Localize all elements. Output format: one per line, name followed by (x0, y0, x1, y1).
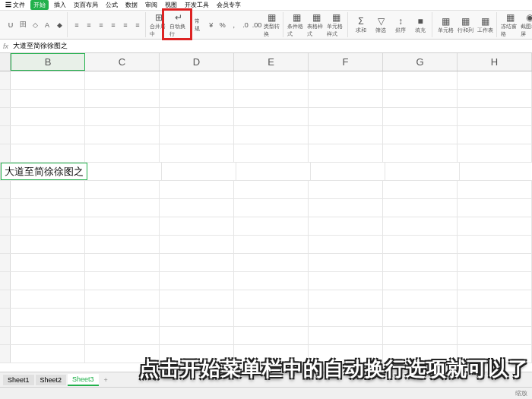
align-right-icon[interactable]: ≡ (132, 20, 143, 30)
fill-button[interactable]: ■填充 (411, 14, 429, 36)
special-tab[interactable]: 会员专享 (214, 1, 243, 9)
freeze-button[interactable]: ▦冻结窗格 (501, 14, 519, 36)
formula-input[interactable]: 大道至简徐徐图之 (13, 41, 68, 51)
cell-style-button[interactable]: ▦单元格样式 (327, 14, 345, 36)
percent-icon[interactable]: % (217, 20, 227, 30)
fill-color-icon[interactable]: ◇ (30, 20, 40, 30)
ribbon: U 田 ◇ A ◆ ≡ ≡ ≡ ≡ ≡ ≡ ⊞合并居中 ↵自动换行 常规 ¥ %… (0, 11, 532, 40)
cond-fmt-button[interactable]: ▦条件格式 (287, 14, 306, 36)
add-sheet-button[interactable]: + (100, 376, 112, 384)
col-header-d[interactable]: D (160, 53, 234, 71)
clear-icon[interactable]: ◆ (54, 20, 65, 30)
insert-tab[interactable]: 插入 (52, 1, 68, 9)
format-dropdown[interactable]: 常规 (195, 20, 204, 30)
merge-button[interactable]: ⊞合并居中 (150, 14, 168, 36)
comma-icon[interactable]: , (229, 20, 239, 30)
screenshot-button[interactable]: ◉截图录屏 (521, 14, 532, 36)
cell-ops-button[interactable]: ▦单元格 (436, 14, 454, 36)
border-icon[interactable]: 田 (17, 20, 28, 30)
sheet-tab-2[interactable]: Sheet2 (36, 375, 67, 385)
col-header-f[interactable]: F (309, 53, 383, 71)
formula-tab[interactable]: 公式 (103, 1, 120, 9)
home-tab[interactable]: 开始 (30, 0, 49, 10)
dev-tab[interactable]: 开发工具 (182, 1, 211, 9)
sort-button[interactable]: ↕排序 (391, 14, 410, 36)
spreadsheet-grid[interactable]: 大道至简徐徐图之 (0, 71, 532, 372)
table-style-button[interactable]: ▦表格样式 (307, 14, 325, 36)
corner-cell[interactable] (0, 53, 11, 71)
align-bot-icon[interactable]: ≡ (96, 20, 106, 30)
align-mid-icon[interactable]: ≡ (84, 20, 94, 30)
sum-button[interactable]: Σ求和 (352, 14, 370, 36)
status-bar: 缩放 (0, 387, 532, 399)
currency-icon[interactable]: ¥ (206, 20, 216, 30)
inc-decimal-icon[interactable]: .0 (240, 20, 250, 30)
sheet-tab-1[interactable]: Sheet1 (3, 375, 34, 385)
col-header-b[interactable]: B (11, 53, 85, 71)
align-top-icon[interactable]: ≡ (71, 20, 82, 30)
col-header-h[interactable]: H (458, 53, 532, 71)
formula-bar: fx 大道至简徐徐图之 (0, 40, 532, 53)
filter-button[interactable]: ▽筛选 (372, 14, 390, 36)
col-header-g[interactable]: G (383, 53, 458, 71)
sheet-button[interactable]: ▦工作表 (476, 14, 494, 36)
dec-decimal-icon[interactable]: .00 (252, 20, 261, 30)
file-menu[interactable]: ☰ 文件 (3, 1, 27, 9)
wrap-text-button[interactable]: ↵自动换行 (169, 14, 188, 36)
col-header-c[interactable]: C (85, 53, 160, 71)
align-center-icon[interactable]: ≡ (120, 20, 131, 30)
fx-label: fx (3, 43, 8, 50)
data-tab[interactable]: 数据 (123, 1, 140, 9)
sheet-tab-3[interactable]: Sheet3 (68, 374, 99, 386)
zoom-label: 缩放 (515, 389, 527, 397)
view-tab[interactable]: 视图 (163, 1, 179, 9)
column-headers: B C D E F G H (0, 53, 532, 71)
review-tab[interactable]: 审阅 (143, 1, 160, 9)
row-col-button[interactable]: ▦行和列 (456, 14, 474, 36)
col-header-e[interactable]: E (234, 53, 309, 71)
sheet-tabs: Sheet1 Sheet2 Sheet3 + (0, 372, 532, 387)
layout-tab[interactable]: 页面布局 (71, 1, 100, 9)
menu-bar: ☰ 文件 开始 插入 页面布局 公式 数据 审阅 视图 开发工具 会员专享 (0, 0, 532, 11)
type-button[interactable]: ▦类型转换 (264, 14, 280, 36)
active-cell[interactable]: 大道至简徐徐图之 (1, 163, 87, 180)
font-color-icon[interactable]: A (42, 20, 52, 30)
underline-icon[interactable]: U (5, 20, 16, 30)
align-left-icon[interactable]: ≡ (108, 20, 119, 30)
